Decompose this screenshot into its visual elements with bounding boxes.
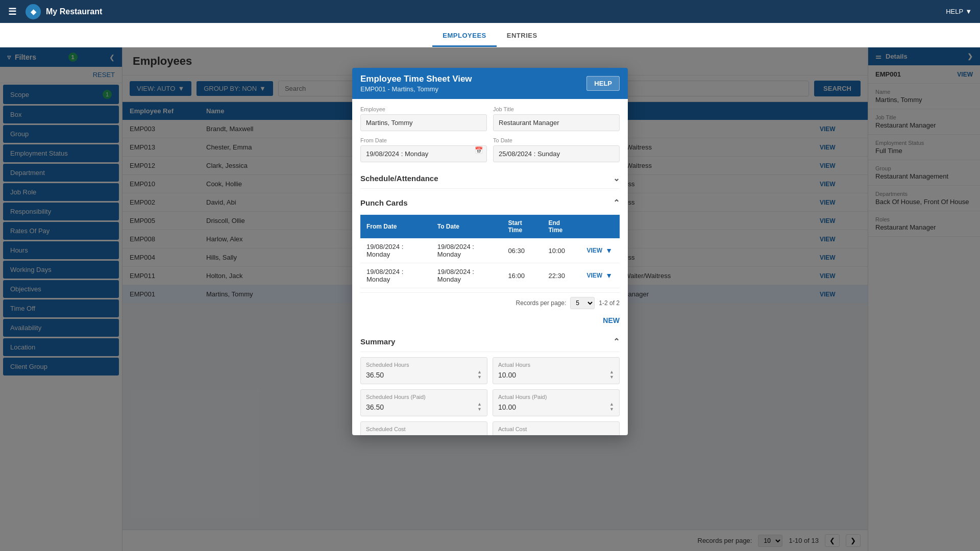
job-title-field: Job Title	[493, 106, 620, 131]
punch-range: 1-2 of 2	[599, 299, 620, 307]
help-button[interactable]: HELP ▼	[946, 8, 972, 15]
main-content: ▿ Filters 1 ❮ RESET Scope 1 Box Group Em…	[0, 47, 980, 551]
job-title-input[interactable]	[493, 114, 620, 131]
punch-cards-table: From Date To Date Start Time End Time 19…	[360, 215, 620, 288]
schedule-attendance-header[interactable]: Schedule/Attendance ⌄	[360, 168, 620, 189]
actual-hours-paid-field: Actual Hours (Paid) 10.00 ▲ ▼	[493, 389, 620, 416]
punch-per-page-select[interactable]: 5 10	[570, 297, 595, 309]
punch-pagination: Records per page: 5 10 1-2 of 2	[360, 292, 620, 313]
punch-cards-header[interactable]: Punch Cards ⌃	[360, 193, 620, 213]
chevron-up-icon: ⌃	[613, 337, 620, 346]
app-logo: ◆	[26, 4, 41, 19]
to-date-input[interactable]	[493, 145, 620, 162]
calendar-icon[interactable]: 📅	[475, 146, 483, 154]
employee-field: Employee	[360, 106, 487, 131]
scheduled-hours-paid-field: Scheduled Hours (Paid) 36.50 ▲ ▼	[360, 389, 487, 416]
spinner-down[interactable]: ▼	[477, 407, 482, 412]
punch-dropdown-button[interactable]: ▼	[604, 246, 614, 255]
spinner-down[interactable]: ▼	[609, 375, 614, 380]
from-date-input[interactable]	[360, 145, 487, 162]
punch-view-link[interactable]: VIEW	[586, 247, 602, 254]
spinner-down[interactable]: ▼	[477, 375, 482, 380]
spinner-up[interactable]: ▲	[609, 402, 614, 407]
actual-cost-field: Actual Cost 150.00 ▲ ▼	[493, 421, 620, 435]
new-button[interactable]: NEW	[360, 313, 620, 328]
tab-entries[interactable]: ENTRIES	[497, 26, 548, 47]
scheduled-cost-field: Scheduled Cost 547.50 ▲ ▼	[360, 421, 487, 435]
spinner-up[interactable]: ▲	[477, 402, 482, 407]
tab-employees[interactable]: EMPLOYEES	[432, 26, 496, 47]
summary-header[interactable]: Summary ⌃	[360, 332, 620, 352]
spinner-down[interactable]: ▼	[609, 407, 614, 412]
spinner-up[interactable]: ▲	[477, 370, 482, 374]
date-row: From Date 📅 To Date	[360, 137, 620, 162]
modal-help-button[interactable]: HELP	[586, 76, 620, 91]
actual-hours-field: Actual Hours 10.00 ▲ ▼	[493, 357, 620, 384]
punch-dropdown-button[interactable]: ▼	[604, 271, 614, 280]
punch-row: 19/08/2024 : Monday 19/08/2024 : Monday …	[360, 263, 620, 288]
summary-grid: Scheduled Hours 36.50 ▲ ▼ Actual Hours	[360, 357, 620, 435]
spinner-up[interactable]: ▲	[477, 434, 482, 435]
spinner-up[interactable]: ▲	[609, 434, 614, 435]
top-nav: ☰ ◆ My Restaurant HELP ▼	[0, 0, 980, 23]
scheduled-hours-field: Scheduled Hours 36.50 ▲ ▼	[360, 357, 487, 384]
modal-title: Employee Time Sheet View	[360, 74, 472, 84]
employee-input[interactable]	[360, 114, 487, 131]
modal-body: Employee Job Title From Date 📅	[352, 99, 628, 435]
modal-overlay: Employee Time Sheet View EMP001 - Martin…	[0, 47, 980, 551]
modal: Employee Time Sheet View EMP001 - Martin…	[352, 68, 628, 435]
punch-view-link[interactable]: VIEW	[586, 272, 602, 279]
sub-nav: EMPLOYEES ENTRIES	[0, 23, 980, 47]
punch-row: 19/08/2024 : Monday 19/08/2024 : Monday …	[360, 238, 620, 263]
employee-row: Employee Job Title	[360, 106, 620, 131]
to-date-field: To Date	[493, 137, 620, 162]
chevron-down-icon: ▼	[965, 8, 972, 15]
app-name: My Restaurant	[46, 7, 102, 16]
hamburger-icon[interactable]: ☰	[8, 6, 16, 17]
chevron-up-icon: ⌃	[613, 198, 620, 208]
modal-subtitle: EMP001 - Martins, Tommy	[360, 85, 472, 93]
chevron-down-icon: ⌄	[613, 173, 620, 183]
punch-per-page-label: Records per page:	[516, 299, 567, 307]
modal-header: Employee Time Sheet View EMP001 - Martin…	[352, 68, 628, 99]
spinner-up[interactable]: ▲	[609, 370, 614, 374]
from-date-field: From Date 📅	[360, 137, 487, 162]
